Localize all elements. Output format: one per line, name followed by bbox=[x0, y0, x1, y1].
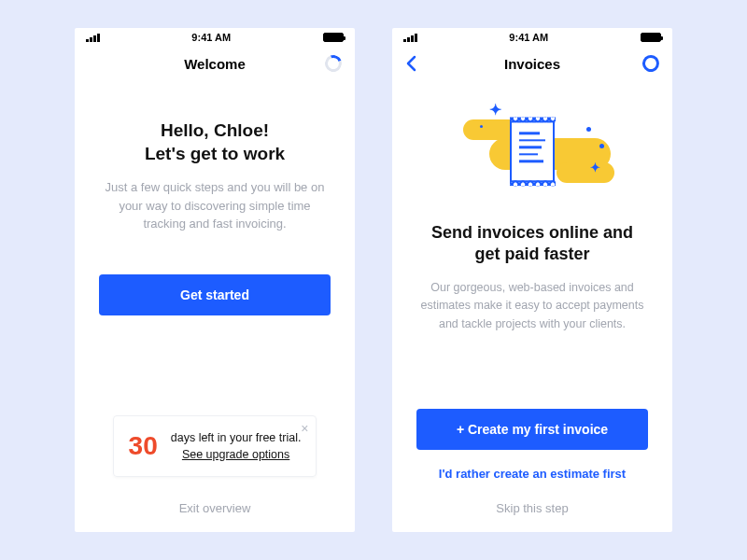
progress-ring-icon bbox=[322, 52, 345, 75]
get-started-button[interactable]: Get started bbox=[99, 274, 331, 315]
exit-overview-link[interactable]: Exit overview bbox=[75, 486, 355, 532]
content: ✦ ✦ Send invoices online and get paid fa… bbox=[392, 80, 672, 486]
battery-icon bbox=[323, 33, 344, 42]
invoice-illustration: ✦ ✦ bbox=[416, 99, 648, 202]
status-time: 9:41 AM bbox=[191, 32, 231, 43]
trial-days-left: 30 bbox=[129, 433, 158, 459]
nav-title: Welcome bbox=[184, 56, 246, 72]
receipt-icon bbox=[510, 120, 555, 182]
dot-icon bbox=[599, 144, 604, 148]
sub-copy: Just a few quick steps and you will be o… bbox=[99, 178, 331, 233]
sparkle-icon: ✦ bbox=[489, 101, 501, 119]
nav-title: Invoices bbox=[504, 56, 560, 72]
trial-banner: × 30 days left in your free trial. See u… bbox=[113, 415, 317, 477]
sparkle-icon: ✦ bbox=[590, 161, 600, 175]
content: Hello, Chloe! Let's get to work Just a f… bbox=[75, 80, 355, 486]
signal-icon bbox=[86, 33, 100, 42]
create-estimate-link[interactable]: I'd rather create an estimate first bbox=[416, 467, 648, 481]
sub-copy: Our gorgeous, web-based invoices and est… bbox=[416, 279, 648, 333]
invoices-screen: 9:41 AM Invoices ✦ ✦ bbox=[392, 28, 672, 532]
welcome-screen: 9:41 AM Welcome Hello, Chloe! Let's get … bbox=[75, 28, 355, 532]
headline: Send invoices online and get paid faster bbox=[431, 222, 633, 266]
create-invoice-button[interactable]: + Create my first invoice bbox=[416, 409, 648, 450]
signal-icon bbox=[403, 33, 417, 42]
battery-icon bbox=[641, 33, 661, 42]
trial-copy: days left in your free trial. bbox=[171, 431, 302, 444]
skip-step-link[interactable]: Skip this step bbox=[392, 486, 672, 532]
status-bar: 9:41 AM bbox=[75, 28, 355, 47]
status-time: 9:41 AM bbox=[509, 32, 548, 43]
upgrade-link[interactable]: See upgrade options bbox=[182, 448, 289, 461]
headline: Hello, Chloe! Let's get to work bbox=[145, 119, 285, 165]
progress-indicator bbox=[325, 55, 342, 72]
trial-text: days left in your free trial. See upgrad… bbox=[171, 429, 302, 463]
status-bar: 9:41 AM bbox=[392, 28, 672, 47]
chevron-left-icon bbox=[405, 55, 416, 72]
dot-icon bbox=[480, 125, 483, 128]
back-button[interactable] bbox=[405, 55, 416, 72]
progress-indicator bbox=[642, 55, 659, 72]
close-icon[interactable]: × bbox=[301, 422, 308, 435]
progress-ring-icon bbox=[640, 52, 662, 75]
nav-bar: Welcome bbox=[75, 47, 355, 80]
actions: + Create my first invoice I'd rather cre… bbox=[416, 409, 648, 481]
nav-bar: Invoices bbox=[392, 47, 672, 80]
dot-icon bbox=[586, 127, 591, 132]
